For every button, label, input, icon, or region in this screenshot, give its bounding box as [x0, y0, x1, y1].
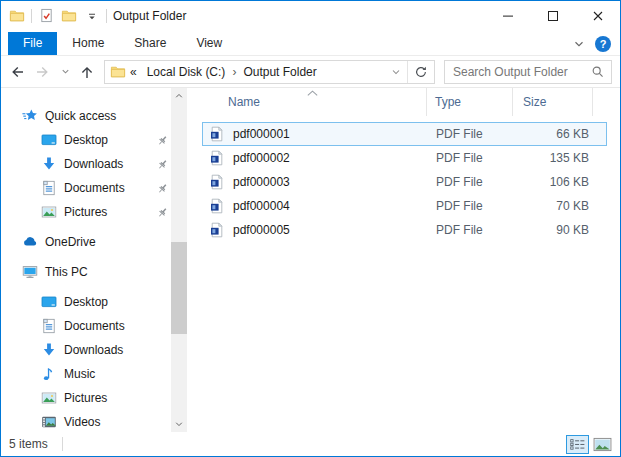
- tab-view[interactable]: View: [181, 32, 237, 55]
- sidebar-item-videos[interactable]: Videos: [1, 410, 197, 434]
- back-button[interactable]: [5, 60, 29, 84]
- scrollbar-thumb[interactable]: [171, 242, 187, 334]
- status-bar: 5 items: [1, 432, 620, 456]
- sidebar-item-documents[interactable]: Documents: [1, 176, 197, 200]
- qat-properties-check-icon[interactable]: [37, 7, 55, 25]
- address-bar[interactable]: « Local Disk (C:) › Output Folder: [104, 60, 435, 84]
- main-area: Quick access Desktop Downloads Documents…: [1, 88, 620, 432]
- forward-button[interactable]: [31, 60, 55, 84]
- minimize-icon: [500, 8, 516, 24]
- this-pc-icon: [22, 264, 38, 280]
- file-name: pdf000002: [233, 151, 290, 165]
- sidebar-item-downloads[interactable]: Downloads: [1, 152, 197, 176]
- ribbon-expand-chevron-icon[interactable]: [572, 37, 586, 51]
- recent-locations-chevron-icon[interactable]: [57, 60, 73, 84]
- sort-ascending-icon[interactable]: [305, 89, 320, 97]
- details-view-icon: [568, 437, 588, 452]
- tab-file[interactable]: File: [8, 32, 57, 55]
- refresh-button[interactable]: [408, 61, 434, 83]
- back-arrow-icon: [9, 64, 25, 80]
- navigation-pane: Quick access Desktop Downloads Documents…: [1, 88, 197, 432]
- desktop-icon: [41, 294, 57, 310]
- up-arrow-icon: [79, 64, 95, 80]
- pin-icon: [156, 206, 169, 219]
- column-header-filler: [593, 92, 607, 112]
- address-dropdown-chevron-icon[interactable]: [385, 61, 407, 83]
- file-row[interactable]: pdf000003 PDF File 106 KB: [202, 170, 607, 194]
- breadcrumb-local-disk[interactable]: Local Disk (C:): [141, 65, 232, 79]
- downloads-icon: [41, 342, 57, 358]
- close-icon: [590, 8, 606, 24]
- file-row[interactable]: pdf000002 PDF File 135 KB: [202, 146, 607, 170]
- file-type: PDF File: [428, 199, 514, 213]
- sidebar-item-onedrive[interactable]: OneDrive: [1, 230, 197, 254]
- file-name: pdf000003: [233, 175, 290, 189]
- pdf-file-icon: [209, 198, 225, 214]
- file-size: 66 KB: [514, 127, 594, 141]
- up-button[interactable]: [75, 60, 99, 84]
- quick-access-toolbar: [1, 7, 107, 25]
- column-header-size[interactable]: Size: [513, 88, 593, 116]
- scroll-down-icon[interactable]: [171, 416, 187, 432]
- tab-share[interactable]: Share: [119, 32, 181, 55]
- navigation-bar: « Local Disk (C:) › Output Folder: [1, 56, 620, 88]
- sidebar-item-this-pc[interactable]: This PC: [1, 260, 197, 284]
- sidebar-item-documents[interactable]: Documents: [1, 314, 197, 338]
- sidebar-item-pictures[interactable]: Pictures: [1, 386, 197, 410]
- sidebar-list: Quick access Desktop Downloads Documents…: [1, 88, 197, 434]
- ribbon-tab-bar: File Home Share View ?: [1, 30, 620, 56]
- forward-arrow-icon: [35, 64, 51, 80]
- sidebar-item-downloads[interactable]: Downloads: [1, 338, 197, 362]
- videos-icon: [41, 414, 57, 430]
- quick-access-icon: [22, 108, 38, 124]
- details-view-button[interactable]: [566, 435, 589, 454]
- onedrive-icon: [22, 234, 38, 250]
- sidebar-scrollbar[interactable]: [171, 88, 187, 432]
- file-size: 135 KB: [514, 151, 594, 165]
- search-icon[interactable]: [585, 65, 611, 79]
- music-icon: [41, 366, 57, 382]
- thumbnails-view-button[interactable]: [591, 435, 614, 454]
- caption-buttons: [485, 1, 620, 30]
- pin-icon: [156, 158, 169, 171]
- file-size: 90 KB: [514, 223, 594, 237]
- file-row[interactable]: pdf000001 PDF File 66 KB: [202, 122, 607, 146]
- pin-icon: [156, 134, 169, 147]
- minimize-button[interactable]: [485, 1, 530, 30]
- maximize-icon: [545, 8, 561, 24]
- titlebar: Output Folder: [1, 1, 620, 30]
- status-separator: [62, 437, 63, 451]
- address-folder-icon: [110, 64, 126, 80]
- sidebar-item-desktop[interactable]: Desktop: [1, 290, 197, 314]
- sidebar-item-quick-access[interactable]: Quick access: [1, 104, 197, 128]
- pdf-file-icon: [209, 222, 225, 238]
- file-list-panel: Name Type Size pdf000001 PDF File 66 KB …: [197, 88, 620, 432]
- qat-folder-icon[interactable]: [60, 7, 78, 25]
- documents-icon: [41, 318, 57, 334]
- breadcrumb-output-folder[interactable]: Output Folder: [237, 65, 322, 79]
- documents-icon: [41, 180, 57, 196]
- sidebar-item-desktop[interactable]: Desktop: [1, 128, 197, 152]
- titlebar-separator: [31, 9, 32, 23]
- search-input[interactable]: [445, 61, 585, 83]
- column-header-type[interactable]: Type: [427, 88, 513, 116]
- window-title: Output Folder: [113, 9, 186, 23]
- tab-home[interactable]: Home: [57, 32, 119, 55]
- file-row[interactable]: pdf000005 PDF File 90 KB: [202, 218, 607, 242]
- file-name: pdf000001: [233, 127, 290, 141]
- file-rows: pdf000001 PDF File 66 KB pdf000002 PDF F…: [202, 122, 607, 242]
- scroll-up-icon[interactable]: [171, 88, 187, 104]
- sidebar-item-music[interactable]: Music: [1, 362, 197, 386]
- refresh-icon: [414, 65, 428, 79]
- scrollbar-track[interactable]: [171, 104, 187, 416]
- pdf-file-icon: [209, 174, 225, 190]
- file-type: PDF File: [428, 223, 514, 237]
- breadcrumb-collapse-chevrons[interactable]: «: [126, 65, 141, 79]
- help-icon[interactable]: ?: [595, 36, 611, 52]
- close-button[interactable]: [575, 1, 620, 30]
- file-row[interactable]: pdf000004 PDF File 70 KB: [202, 194, 607, 218]
- sidebar-item-pictures[interactable]: Pictures: [1, 200, 197, 224]
- qat-customize-dropdown-icon[interactable]: [83, 7, 101, 25]
- file-type: PDF File: [428, 175, 514, 189]
- maximize-button[interactable]: [530, 1, 575, 30]
